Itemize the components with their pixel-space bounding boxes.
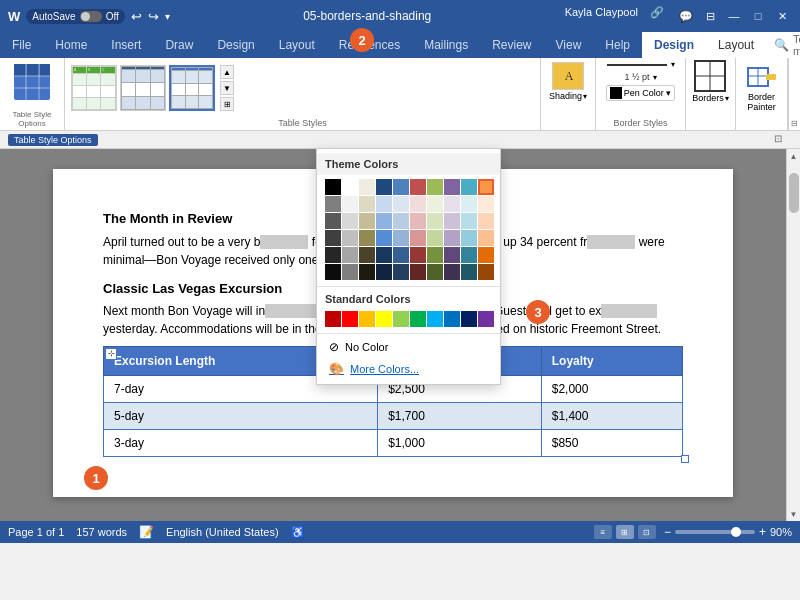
tab-layout-main[interactable]: Layout (267, 32, 327, 58)
tab-review[interactable]: Review (480, 32, 543, 58)
proofing-icon[interactable]: 📝 (139, 525, 154, 539)
theme-color-swatch[interactable] (359, 230, 375, 246)
style-thumb-3[interactable] (169, 65, 215, 111)
theme-color-swatch[interactable] (427, 264, 443, 280)
std-color-swatch[interactable] (393, 311, 409, 327)
theme-color-swatch[interactable] (376, 213, 392, 229)
theme-color-swatch[interactable] (342, 247, 358, 263)
autosave-toggle[interactable] (80, 11, 102, 22)
theme-color-swatch[interactable] (393, 264, 409, 280)
theme-color-swatch[interactable] (325, 230, 341, 246)
std-color-swatch[interactable] (410, 311, 426, 327)
theme-color-swatch[interactable] (427, 179, 443, 195)
redo-btn[interactable]: ↪ (148, 9, 159, 24)
zoom-out-btn[interactable]: − (664, 525, 671, 539)
maximize-btn[interactable]: □ (748, 6, 768, 26)
theme-color-swatch[interactable] (342, 179, 358, 195)
std-color-swatch[interactable] (427, 311, 443, 327)
tab-design-contextual[interactable]: Design (642, 32, 706, 58)
theme-color-swatch[interactable] (342, 264, 358, 280)
theme-color-swatch[interactable] (410, 264, 426, 280)
tab-draw[interactable]: Draw (153, 32, 205, 58)
theme-color-swatch[interactable] (427, 196, 443, 212)
theme-color-swatch[interactable] (359, 264, 375, 280)
table-resize-handle[interactable] (681, 455, 689, 463)
zoom-slider[interactable] (675, 530, 755, 534)
theme-color-swatch[interactable] (478, 230, 494, 246)
std-color-swatch[interactable] (342, 311, 358, 327)
theme-color-swatch[interactable] (342, 196, 358, 212)
layout-btn-3[interactable]: ⊡ (638, 525, 656, 539)
tab-view[interactable]: View (544, 32, 594, 58)
layout-btn-1[interactable]: ≡ (594, 525, 612, 539)
theme-color-swatch[interactable] (410, 213, 426, 229)
tab-layout-contextual[interactable]: Layout (706, 32, 766, 58)
tab-help[interactable]: Help (593, 32, 642, 58)
borders-btn[interactable]: Borders ▾ (692, 60, 729, 103)
theme-color-swatch[interactable] (410, 230, 426, 246)
scroll-thumb[interactable] (789, 173, 799, 213)
theme-color-swatch[interactable] (393, 247, 409, 263)
theme-color-swatch[interactable] (359, 179, 375, 195)
std-color-swatch[interactable] (478, 311, 494, 327)
styles-scroll-up[interactable]: ▲ (220, 65, 234, 79)
shading-dropdown-arrow[interactable]: ▾ (583, 92, 587, 101)
tab-home[interactable]: Home (43, 32, 99, 58)
language[interactable]: English (United States) (166, 526, 279, 538)
layout-btn-2[interactable]: ⊞ (616, 525, 634, 539)
search-icon[interactable]: 🔍 (774, 38, 789, 52)
theme-color-swatch[interactable] (461, 264, 477, 280)
zoom-in-btn[interactable]: + (759, 525, 766, 539)
theme-color-swatch[interactable] (376, 179, 392, 195)
std-color-swatch[interactable] (359, 311, 375, 327)
theme-color-swatch[interactable] (478, 179, 494, 195)
std-color-swatch[interactable] (444, 311, 460, 327)
comments-btn[interactable]: 💬 (676, 6, 696, 26)
style-thumb-1[interactable]: ABC (71, 65, 117, 111)
styles-scroll-down[interactable]: ▼ (220, 81, 234, 95)
theme-color-swatch[interactable] (444, 230, 460, 246)
styles-scroll-expand[interactable]: ⊞ (220, 97, 234, 111)
theme-color-swatch[interactable] (478, 247, 494, 263)
theme-color-swatch[interactable] (376, 247, 392, 263)
theme-color-swatch[interactable] (376, 264, 392, 280)
share-btn[interactable]: 🔗 (650, 6, 664, 26)
theme-color-swatch[interactable] (393, 213, 409, 229)
pen-color-btn[interactable]: Pen Color ▾ (606, 85, 676, 101)
theme-color-swatch[interactable] (478, 213, 494, 229)
std-color-swatch[interactable] (461, 311, 477, 327)
theme-color-swatch[interactable] (461, 213, 477, 229)
border-style-dropdown-arrow[interactable]: ▾ (671, 60, 675, 69)
tab-design-main[interactable]: Design (205, 32, 266, 58)
theme-color-swatch[interactable] (478, 264, 494, 280)
theme-color-swatch[interactable] (376, 230, 392, 246)
more-colors-item[interactable]: 🎨 More Colors... (317, 358, 500, 380)
std-color-swatch[interactable] (376, 311, 392, 327)
theme-color-swatch[interactable] (325, 179, 341, 195)
std-color-swatch[interactable] (325, 311, 341, 327)
vertical-scrollbar[interactable]: ▲ ▼ (786, 149, 800, 521)
table-style-options-btn[interactable] (6, 60, 58, 104)
theme-color-swatch[interactable] (427, 247, 443, 263)
borders-dropdown-arrow[interactable]: ▾ (725, 94, 729, 103)
theme-color-swatch[interactable] (410, 196, 426, 212)
theme-color-swatch[interactable] (325, 213, 341, 229)
close-btn[interactable]: ✕ (772, 6, 792, 26)
theme-color-swatch[interactable] (478, 196, 494, 212)
theme-color-swatch[interactable] (325, 196, 341, 212)
scroll-down-btn[interactable]: ▼ (787, 507, 801, 521)
theme-color-swatch[interactable] (325, 247, 341, 263)
window-controls[interactable]: Kayla Claypool 🔗 💬 ⊟ — □ ✕ (565, 6, 792, 26)
autosave-toggle-group[interactable]: AutoSave Off (26, 9, 125, 24)
undo-btn[interactable]: ↩ (131, 9, 142, 24)
style-thumb-2[interactable] (120, 65, 166, 111)
scroll-up-btn[interactable]: ▲ (787, 149, 801, 163)
table-move-handle[interactable]: ⊹ (105, 348, 117, 360)
theme-color-swatch[interactable] (393, 196, 409, 212)
theme-color-swatch[interactable] (376, 196, 392, 212)
minimize-btn[interactable]: — (724, 6, 744, 26)
theme-color-swatch[interactable] (359, 196, 375, 212)
theme-color-swatch[interactable] (342, 213, 358, 229)
theme-color-swatch[interactable] (410, 247, 426, 263)
border-painter-btn[interactable]: BorderPainter (746, 60, 778, 112)
